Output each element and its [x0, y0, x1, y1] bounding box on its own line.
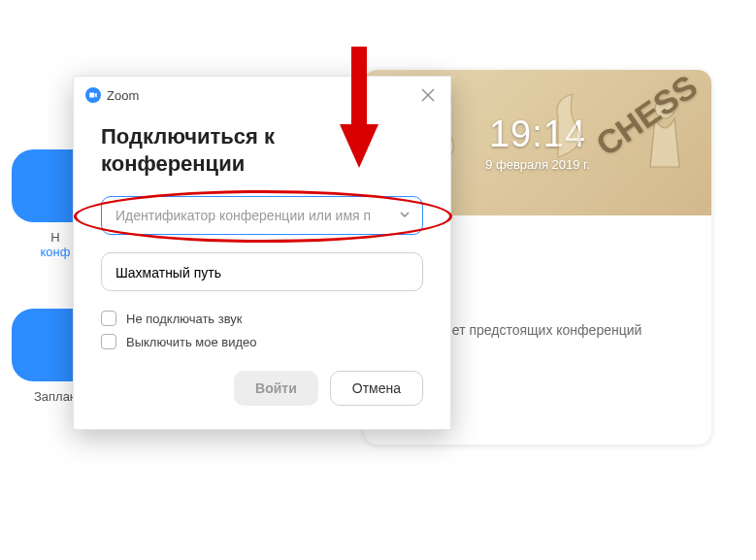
- zoom-icon: [85, 87, 101, 103]
- mute-audio-row[interactable]: Не подключать звук: [101, 311, 423, 326]
- dialog-buttons: Войти Отмена: [101, 371, 423, 406]
- disable-video-checkbox[interactable]: [101, 334, 116, 349]
- display-name-input[interactable]: [115, 255, 389, 290]
- hero-chess-text: CHESS: [589, 70, 704, 163]
- mute-audio-checkbox[interactable]: [101, 311, 116, 326]
- cancel-button[interactable]: Отмена: [330, 371, 423, 406]
- upcoming-empty-text: я нет предстоящих конференций: [434, 322, 642, 338]
- chevron-down-icon: [399, 208, 411, 223]
- disable-video-label: Выключить мое видео: [126, 335, 257, 349]
- dialog-titlebar: Zoom: [74, 77, 450, 114]
- meeting-id-combo[interactable]: [101, 196, 423, 235]
- meeting-id-input[interactable]: [115, 197, 389, 234]
- join-dialog: Zoom Подключиться к конференции Не подкл…: [73, 76, 451, 430]
- disable-video-row[interactable]: Выключить мое видео: [101, 334, 423, 349]
- join-button[interactable]: Войти: [234, 371, 318, 406]
- dialog-app-name: Zoom: [107, 88, 139, 103]
- svg-rect-1: [89, 93, 94, 98]
- dialog-title: Подключиться к конференции: [101, 123, 423, 177]
- mute-audio-label: Не подключать звук: [126, 312, 243, 326]
- close-button[interactable]: [417, 84, 439, 106]
- dialog-body: Подключиться к конференции Не подключать…: [74, 114, 450, 429]
- display-name-field[interactable]: [101, 252, 423, 291]
